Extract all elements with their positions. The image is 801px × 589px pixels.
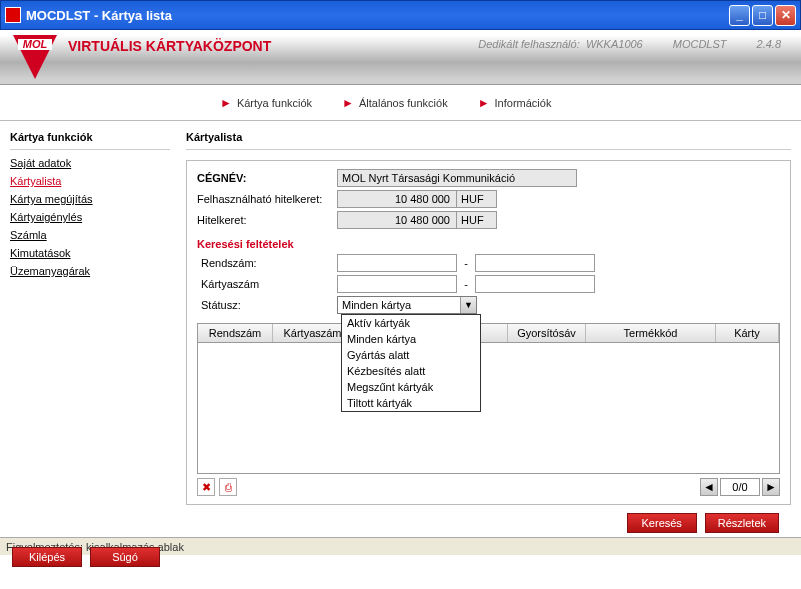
sidebar-item-reports[interactable]: Kimutatások (10, 244, 170, 262)
card-from-input[interactable] (337, 275, 457, 293)
pager-text: 0/0 (720, 478, 760, 496)
plate-from-input[interactable] (337, 254, 457, 272)
status-label: Státusz: (197, 299, 337, 311)
status-option[interactable]: Kézbesítés alatt (342, 363, 480, 379)
col-card[interactable]: Kárty (716, 324, 779, 342)
nav-card-functions[interactable]: ►Kártya funkciók (220, 96, 312, 110)
table-footer: ✖ ⎙ ◄ 0/0 ► (197, 478, 780, 496)
credit-used-value: 10 480 000 (337, 190, 457, 208)
dash: - (457, 257, 475, 269)
pager-next[interactable]: ► (762, 478, 780, 496)
titlebar: MOCDLST - Kártya lista _ □ ✕ (0, 0, 801, 30)
panel: CÉGNÉV: MOL Nyrt Társasági Kommunikáció … (186, 160, 791, 505)
top-nav: ►Kártya funkciók ►Általános funkciók ►In… (0, 85, 801, 121)
search-button[interactable]: Keresés (627, 513, 697, 533)
pager-prev[interactable]: ◄ (700, 478, 718, 496)
dash: - (457, 278, 475, 290)
col-fastlane[interactable]: Gyorsítósáv (508, 324, 586, 342)
sidebar-item-invoice[interactable]: Számla (10, 226, 170, 244)
pager: ◄ 0/0 ► (700, 478, 780, 496)
currency-label: HUF (457, 211, 497, 229)
table-body (197, 343, 780, 474)
content-title: Kártyalista (186, 127, 791, 150)
sidebar: Kártya funkciók Saját adatok Kártyalista… (0, 121, 180, 537)
status-dropdown: Aktív kártyák Minden kártya Gyártás alat… (341, 314, 481, 412)
status-option[interactable]: Minden kártya (342, 331, 480, 347)
arrow-icon: ► (220, 96, 232, 110)
window-buttons: _ □ ✕ (729, 5, 796, 26)
svg-text:MOL: MOL (23, 38, 48, 50)
currency-label: HUF (457, 190, 497, 208)
maximize-button[interactable]: □ (752, 5, 773, 26)
minimize-button[interactable]: _ (729, 5, 750, 26)
delete-icon[interactable]: ✖ (197, 478, 215, 496)
company-name-label: CÉGNÉV: (197, 172, 337, 184)
sidebar-item-cardlist[interactable]: Kártyalista (10, 172, 170, 190)
chevron-down-icon: ▼ (460, 297, 476, 313)
card-label: Kártyaszám (197, 278, 337, 290)
status-option[interactable]: Tiltott kártyák (342, 395, 480, 411)
col-productcode[interactable]: Termékkód (586, 324, 716, 342)
app-icon (5, 7, 21, 23)
nav-label: Általános funkciók (359, 97, 448, 109)
plate-label: Rendszám: (197, 257, 337, 269)
sidebar-title: Kártya funkciók (10, 127, 170, 150)
credit-value: 10 480 000 (337, 211, 457, 229)
status-option[interactable]: Aktív kártyák (342, 315, 480, 331)
results-table: Rendszám Kártyaszám Gyorsítósáv Termékkó… (197, 323, 780, 496)
sidebar-item-card-request[interactable]: Kártyaigénylés (10, 208, 170, 226)
details-button[interactable]: Részletek (705, 513, 779, 533)
card-to-input[interactable] (475, 275, 595, 293)
nav-label: Kártya funkciók (237, 97, 312, 109)
exit-button[interactable]: Kilépés (12, 547, 82, 567)
col-plate[interactable]: Rendszám (198, 324, 273, 342)
arrow-icon: ► (342, 96, 354, 110)
plate-to-input[interactable] (475, 254, 595, 272)
arrow-icon: ► (478, 96, 490, 110)
main: Kártya funkciók Saját adatok Kártyalista… (0, 121, 801, 537)
mol-logo: MOL (10, 33, 60, 81)
nav-label: Információk (495, 97, 552, 109)
credit-label: Hitelkeret: (197, 214, 337, 226)
content-buttons: Keresés Részletek (186, 509, 791, 537)
window-title: MOCDLST - Kártya lista (26, 8, 729, 23)
status-option[interactable]: Gyártás alatt (342, 347, 480, 363)
nav-general-functions[interactable]: ►Általános funkciók (342, 96, 448, 110)
app-name: MOCDLST (673, 38, 727, 50)
sidebar-item-card-renewal[interactable]: Kártya megújítás (10, 190, 170, 208)
sidebar-item-own-data[interactable]: Saját adatok (10, 154, 170, 172)
close-button[interactable]: ✕ (775, 5, 796, 26)
banner-info: Dedikált felhasználó: WKKA1006 MOCDLST 2… (478, 38, 791, 50)
status-select[interactable]: Minden kártya ▼ (337, 296, 477, 314)
content: Kártyalista CÉGNÉV: MOL Nyrt Társasági K… (180, 121, 801, 537)
help-button[interactable]: Súgó (90, 547, 160, 567)
print-icon[interactable]: ⎙ (219, 478, 237, 496)
app-version: 2.4.8 (757, 38, 781, 50)
credit-used-label: Felhasználható hitelkeret: (197, 193, 337, 205)
status-option[interactable]: Megszűnt kártyák (342, 379, 480, 395)
banner-title: VIRTUÁLIS KÁRTYAKÖZPONT (68, 38, 271, 54)
user-label: Dedikált felhasználó: (478, 38, 580, 50)
bottom-left-buttons: Kilépés Súgó (0, 543, 172, 571)
table-header: Rendszám Kártyaszám Gyorsítósáv Termékkó… (197, 323, 780, 343)
banner: MOL VIRTUÁLIS KÁRTYAKÖZPONT Dedikált fel… (0, 30, 801, 85)
nav-information[interactable]: ►Információk (478, 96, 552, 110)
search-title: Keresési feltételek (197, 238, 780, 250)
status-selected: Minden kártya (338, 299, 460, 311)
user-id: WKKA1006 (586, 38, 643, 50)
company-name-value: MOL Nyrt Társasági Kommunikáció (337, 169, 577, 187)
sidebar-item-fuel-prices[interactable]: Üzemanyagárak (10, 262, 170, 280)
